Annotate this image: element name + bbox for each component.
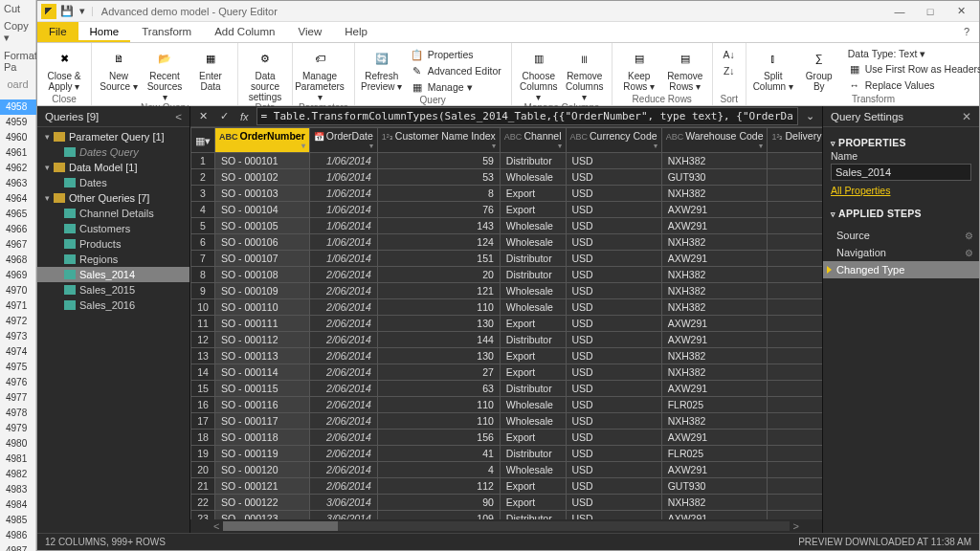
scroll-right-icon[interactable]: > — [790, 520, 803, 532]
table-row[interactable]: 7SO - 0001071/06/2014151DistributorUSDAX… — [191, 251, 823, 267]
query-name-input[interactable] — [831, 164, 971, 181]
help-icon[interactable]: ? — [954, 22, 979, 42]
column-header[interactable]: 📅OrderDate▾ — [309, 128, 377, 153]
table-row[interactable]: 19SO - 0001192/06/201441DistributorUSDFL… — [191, 446, 823, 462]
row-number[interactable]: 16 — [191, 397, 215, 413]
cell[interactable] — [768, 299, 822, 316]
remove-columns-button[interactable]: ⫼RemoveColumns ▾ — [564, 45, 606, 102]
outer-row-number[interactable]: 4985 — [0, 513, 36, 528]
cell[interactable]: 110 — [377, 397, 500, 413]
cell[interactable] — [768, 316, 822, 332]
cell[interactable]: 2/06/2014 — [309, 446, 377, 462]
advanced-editor-button[interactable]: ✎Advanced Editor — [407, 63, 505, 78]
row-number[interactable]: 10 — [191, 299, 215, 316]
cell[interactable]: USD — [566, 511, 661, 520]
outer-row-number[interactable]: 4962 — [0, 161, 36, 176]
cell[interactable]: USD — [566, 267, 661, 283]
cell[interactable]: Distributor — [500, 511, 566, 520]
cell[interactable]: 2/06/2014 — [309, 316, 377, 332]
row-number[interactable]: 5 — [191, 218, 215, 234]
outer-row-number[interactable]: 4980 — [0, 436, 36, 452]
sort-asc-button[interactable]: A↓ — [719, 47, 740, 62]
cell[interactable]: Distributor — [500, 267, 566, 283]
cell[interactable]: SO - 000116 — [215, 397, 310, 413]
table-corner[interactable]: ▦▾ — [191, 128, 215, 153]
tab-transform[interactable]: Transform — [130, 22, 203, 42]
cell[interactable]: GUT930 — [661, 169, 768, 186]
query-item[interactable]: Sales_2016 — [37, 298, 189, 313]
data-type-button[interactable]: Data Type: Text ▾ — [844, 47, 980, 60]
outer-row-number[interactable]: 4971 — [0, 298, 36, 314]
close-window-button[interactable]: ✕ — [947, 3, 975, 20]
outer-row-number[interactable]: 4979 — [0, 421, 36, 436]
cell[interactable]: 90 — [377, 495, 500, 511]
group-by-button[interactable]: ∑GroupBy — [798, 45, 840, 92]
cell[interactable]: Wholesale — [500, 397, 566, 413]
table-row[interactable]: 22SO - 0001223/06/201490ExportUSDNXH382 — [191, 495, 823, 511]
cell[interactable] — [768, 381, 822, 397]
cell[interactable]: NXH382 — [661, 364, 768, 381]
table-row[interactable]: 12SO - 0001122/06/2014144DistributorUSDA… — [191, 332, 823, 348]
cell[interactable]: GUT930 — [661, 478, 768, 495]
cell[interactable] — [768, 234, 822, 251]
table-row[interactable]: 2SO - 0001021/06/201453WholesaleUSDGUT93… — [191, 169, 823, 186]
cell[interactable]: USD — [566, 251, 661, 267]
cell[interactable]: 2/06/2014 — [309, 299, 377, 316]
cell[interactable]: SO - 000108 — [215, 267, 310, 283]
row-number[interactable]: 14 — [191, 364, 215, 381]
scroll-thumb[interactable] — [223, 521, 338, 531]
cell[interactable]: 112 — [377, 478, 500, 495]
cell[interactable]: SO - 000104 — [215, 202, 310, 218]
outer-row-number[interactable]: 4983 — [0, 482, 36, 497]
cell[interactable] — [768, 267, 822, 283]
cell[interactable] — [768, 332, 822, 348]
cell[interactable]: SO - 000101 — [215, 153, 310, 169]
cell[interactable]: USD — [566, 495, 661, 511]
table-row[interactable]: 18SO - 0001182/06/2014156ExportUSDAXW291 — [191, 430, 823, 446]
cell[interactable]: 2/06/2014 — [309, 267, 377, 283]
cell[interactable] — [768, 348, 822, 364]
cell[interactable] — [768, 446, 822, 462]
table-row[interactable]: 15SO - 0001152/06/201463DistributorUSDAX… — [191, 381, 823, 397]
cell[interactable]: 144 — [377, 332, 500, 348]
row-number[interactable]: 13 — [191, 348, 215, 364]
query-item[interactable]: Dates Query — [37, 144, 189, 160]
row-number[interactable]: 15 — [191, 381, 215, 397]
tab-help[interactable]: Help — [333, 22, 379, 42]
horizontal-scrollbar[interactable]: < > — [190, 519, 822, 533]
cell[interactable] — [768, 397, 822, 413]
first-row-headers-button[interactable]: ▦Use First Row as Headers ▾ — [844, 61, 980, 77]
cell[interactable]: Wholesale — [500, 413, 566, 430]
cell[interactable]: 27 — [377, 364, 500, 381]
formula-cancel-icon[interactable]: ✕ — [194, 108, 212, 125]
cell[interactable]: FLR025 — [661, 397, 768, 413]
outer-row-number[interactable]: 4978 — [0, 406, 36, 421]
table-row[interactable]: 8SO - 0001082/06/201420DistributorUSDNXH… — [191, 267, 823, 283]
outer-row-number[interactable]: 4965 — [0, 207, 36, 222]
outer-row-number[interactable]: 4963 — [0, 176, 36, 191]
cell[interactable]: USD — [566, 332, 661, 348]
outer-row-number[interactable]: 4968 — [0, 253, 36, 268]
table-row[interactable]: 16SO - 0001162/06/2014110WholesaleUSDFLR… — [191, 397, 823, 413]
cell[interactable]: 2/06/2014 — [309, 462, 377, 478]
cell[interactable]: NXH382 — [661, 348, 768, 364]
cell[interactable]: USD — [566, 186, 661, 202]
row-number[interactable]: 1 — [191, 153, 215, 169]
cell[interactable]: NXH382 — [661, 186, 768, 202]
outer-row-number[interactable]: 4982 — [0, 467, 36, 482]
sort-desc-button[interactable]: Z↓ — [719, 63, 740, 78]
outer-row-number[interactable]: 4966 — [0, 222, 36, 237]
outer-row-number[interactable]: 4960 — [0, 130, 36, 145]
formula-input[interactable] — [256, 107, 798, 125]
row-number[interactable]: 20 — [191, 462, 215, 478]
cell[interactable]: Export — [500, 364, 566, 381]
cell[interactable]: NXH382 — [661, 495, 768, 511]
split-column-button[interactable]: ⫿SplitColumn ▾ — [752, 45, 794, 92]
cell[interactable]: 1/06/2014 — [309, 153, 377, 169]
row-number[interactable]: 7 — [191, 251, 215, 267]
outer-row-number[interactable]: 4987 — [0, 543, 36, 551]
cell[interactable]: SO - 000113 — [215, 348, 310, 364]
query-item[interactable]: Sales_2015 — [37, 282, 189, 298]
query-item[interactable]: Customers — [37, 221, 189, 236]
cell[interactable]: 59 — [377, 153, 500, 169]
